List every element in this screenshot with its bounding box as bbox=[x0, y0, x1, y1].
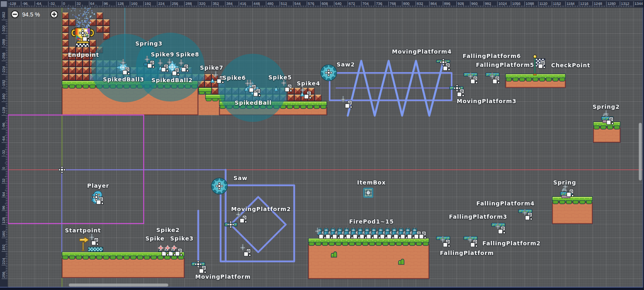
firepod-sprite bbox=[338, 228, 342, 235]
grass-step[interactable] bbox=[199, 88, 212, 95]
firepod-sprite bbox=[406, 228, 410, 235]
firepod-sprite bbox=[413, 228, 417, 235]
ruler-left-label: 64 bbox=[2, 192, 6, 196]
movingplatform2-marker2-pivot-icon bbox=[240, 244, 245, 251]
ruler-left-label: 224 bbox=[2, 258, 6, 265]
tile-run[interactable] bbox=[212, 88, 219, 95]
label-movingplatform2: MovingPlatform2 bbox=[231, 206, 291, 212]
label-spike8: Spike8 bbox=[176, 51, 199, 58]
tile-run[interactable] bbox=[62, 60, 96, 67]
ruler-left-label: 128 bbox=[2, 217, 6, 224]
fallingplatform-sprite-marker-icon[interactable] bbox=[443, 240, 450, 247]
label-spike: Spike bbox=[145, 235, 165, 242]
label-spike6: Spike6 bbox=[223, 75, 246, 81]
tile-run[interactable] bbox=[62, 40, 69, 47]
ruler-left-label: 160 bbox=[2, 231, 6, 237]
label-spike5: Spike5 bbox=[268, 74, 292, 81]
label-firepod1~15: FirePod1~15 bbox=[349, 218, 394, 225]
label-movingplatform: MovingPlatform bbox=[195, 273, 251, 280]
ruler-left-label: -224 bbox=[2, 66, 6, 74]
tile-run[interactable] bbox=[89, 40, 96, 47]
firepod-sprite bbox=[385, 228, 390, 235]
ruler-top-label: 192 bbox=[144, 2, 151, 6]
zoom-value: 94.5 % bbox=[22, 11, 40, 18]
ruler-top-label: 64 bbox=[90, 2, 94, 6]
platform-checkpoint[interactable] bbox=[506, 74, 566, 88]
tile-run[interactable] bbox=[96, 26, 110, 33]
label-spikedball2: SpikedBall2 bbox=[151, 77, 192, 83]
ruler-top-label: 384 bbox=[226, 2, 233, 6]
fallingplatform5-sprite-marker-icon[interactable] bbox=[493, 76, 500, 83]
ruler-top-label: 1280 bbox=[607, 2, 616, 6]
ruler-top-label: 480 bbox=[267, 2, 274, 6]
ruler-left-label: -256 bbox=[2, 52, 6, 60]
zoom-in-button[interactable] bbox=[51, 11, 58, 18]
movingplatform3-sprite-origin-icon bbox=[454, 85, 460, 91]
tile-run[interactable] bbox=[62, 12, 69, 19]
label-movingplatform4: MovingPlatform4 bbox=[392, 48, 452, 55]
movingplatform2-marker-marker-icon[interactable] bbox=[240, 215, 247, 223]
ruler-left-label: -192 bbox=[2, 80, 6, 87]
scene-editor-window: Endpoint Spring3 Spike9 Spike8 Spike7 Sp… bbox=[0, 0, 644, 290]
platform-firepod[interactable] bbox=[308, 238, 429, 279]
fallingplatform3-sprite-marker-icon[interactable] bbox=[498, 226, 505, 234]
ruler-top-label: -96 bbox=[22, 2, 27, 6]
tile-run[interactable] bbox=[62, 19, 76, 26]
tile-run[interactable] bbox=[62, 74, 89, 81]
ruler-left-label: 256 bbox=[2, 271, 6, 278]
firepod-sprite bbox=[351, 228, 356, 235]
tile-run[interactable] bbox=[96, 12, 103, 19]
spring-sprite-marker-icon[interactable] bbox=[567, 189, 574, 197]
movingplatform4-marker-pivot-icon bbox=[341, 96, 346, 102]
ruler-top-label: 1056 bbox=[512, 2, 520, 6]
label-spikedball: SpikedBall bbox=[235, 99, 272, 106]
ruler-corner-box[interactable] bbox=[1, 1, 7, 7]
zoom-out-button[interactable] bbox=[11, 11, 19, 18]
ruler-top-label: 736 bbox=[376, 2, 382, 6]
ruler-left-label: -96 bbox=[2, 123, 6, 128]
spring3-sprite[interactable] bbox=[144, 63, 148, 66]
tile-run[interactable] bbox=[62, 26, 69, 33]
vertical-scrollbar-thumb[interactable] bbox=[639, 123, 642, 180]
movingplatform4-marker-marker-icon[interactable] bbox=[345, 101, 352, 108]
ruler-top-label: 1120 bbox=[539, 2, 547, 6]
ruler-top-label: 1216 bbox=[580, 2, 588, 6]
tile-run[interactable] bbox=[89, 19, 110, 26]
startpoint-pivot-icon bbox=[89, 234, 94, 240]
ruler-top-label: 1184 bbox=[567, 2, 575, 6]
itembox-sprite[interactable] bbox=[364, 188, 373, 197]
startpoint-marker-icon[interactable] bbox=[92, 238, 99, 245]
firepod-sprite bbox=[378, 228, 383, 235]
firepod-sprite bbox=[345, 228, 349, 235]
spike3-marker-icon[interactable] bbox=[175, 249, 182, 256]
selection-rectangle[interactable] bbox=[8, 115, 144, 224]
fallingplatform2-sprite-marker-icon[interactable] bbox=[471, 240, 477, 247]
movingplatform-sprite-marker-icon[interactable] bbox=[199, 266, 206, 273]
ruler-top-label: 704 bbox=[362, 2, 369, 6]
ruler-top-label: 544 bbox=[294, 2, 301, 6]
zoom-hud: 94.5 % bbox=[11, 11, 58, 18]
label-spike2: Spike2 bbox=[156, 227, 180, 233]
ruler-top-label: 320 bbox=[199, 2, 206, 6]
fallingplatform6-sprite-marker-icon[interactable] bbox=[471, 76, 477, 83]
firepod-sprite bbox=[399, 228, 403, 235]
tile-run[interactable] bbox=[62, 67, 96, 74]
label-spring: Spring bbox=[553, 179, 576, 186]
fallingplatform4-sprite-marker-icon[interactable] bbox=[525, 213, 532, 220]
ruler-left-label: -352 bbox=[2, 12, 6, 19]
horizontal-scrollbar-thumb[interactable] bbox=[69, 284, 168, 287]
platform-spring[interactable] bbox=[552, 197, 592, 224]
ruler-top-label: -128 bbox=[8, 2, 16, 6]
ruler-top-label: 1344 bbox=[635, 2, 643, 6]
ruler-top-label: 448 bbox=[254, 2, 260, 6]
label-fallingplatform2: FallingPlatform2 bbox=[483, 240, 541, 246]
label-fallingplatform5: FallingPlatform5 bbox=[476, 62, 535, 68]
firepod-row[interactable] bbox=[315, 228, 421, 239]
label-itembox: ItemBox bbox=[357, 179, 386, 186]
ruler-top-label: 160 bbox=[131, 2, 138, 6]
ruler-top: -128-96-64-32032649612816019222425628832… bbox=[0, 0, 644, 8]
movingplatform2-marker2-marker-icon[interactable] bbox=[244, 249, 251, 256]
movingplatform3-sprite-marker-icon[interactable] bbox=[457, 89, 464, 97]
platform-spring2[interactable] bbox=[593, 122, 620, 143]
tile-run[interactable] bbox=[62, 33, 69, 40]
